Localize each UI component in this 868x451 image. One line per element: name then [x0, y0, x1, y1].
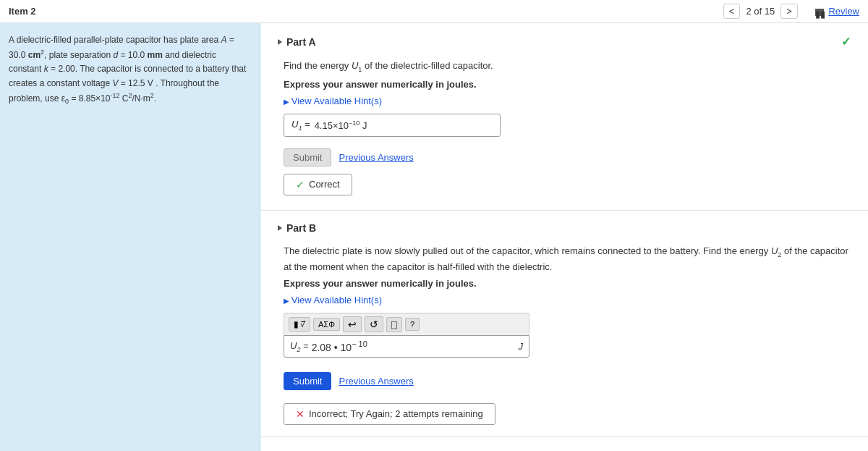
part-a-header[interactable]: Part A ✓: [278, 35, 851, 49]
part-b-incorrect-label: Incorrect; Try Again; 2 attempts remaini…: [309, 408, 483, 419]
review-icon: ▮▮: [815, 9, 824, 16]
part-b-answer-label: U2 =: [290, 340, 309, 353]
part-a-submit-button[interactable]: Submit: [284, 148, 331, 167]
part-b-answer-unit: J: [519, 341, 524, 352]
part-a-hint-link[interactable]: View Available Hint(s): [284, 96, 851, 106]
part-b-answer-value: 2.08 • 10− 10: [312, 340, 514, 353]
item-label: Item 2: [9, 6, 36, 17]
part-a-instruction: Express your answer numerically in joule…: [284, 79, 851, 90]
top-bar: Item 2 < 2 of 15 > ▮▮ Review: [0, 0, 868, 23]
toolbar-keyboard-btn[interactable]: ⎕: [386, 317, 402, 332]
part-b-collapse-icon: [278, 225, 282, 231]
part-b-incorrect-icon: ✕: [296, 408, 305, 420]
main-layout: A dielectric-filled parallel-plate capac…: [0, 23, 868, 451]
part-a-prev-answers[interactable]: Previous Answers: [339, 152, 413, 163]
content-area: Part A ✓ Find the energy U1 of the diele…: [260, 23, 868, 451]
sidebar-description: A dielectric-filled parallel-plate capac…: [9, 33, 251, 107]
prev-button[interactable]: <: [723, 4, 741, 19]
toolbar-help-btn[interactable]: ?: [405, 318, 420, 331]
part-a-content: Find the energy U1 of the dielectric-fil…: [284, 59, 851, 198]
part-b-submit-button[interactable]: Submit: [284, 372, 331, 390]
part-b-content: The dielectric plate is now slowly pulle…: [284, 244, 851, 425]
top-bar-right: < 2 of 15 > ▮▮ Review: [723, 4, 859, 19]
part-a-correct-icon: ✓: [296, 179, 305, 190]
toolbar-symbols-btn[interactable]: AΣΦ: [313, 318, 340, 331]
part-b-prev-answers[interactable]: Previous Answers: [339, 376, 413, 387]
page-indicator: 2 of 15: [746, 6, 775, 17]
next-button[interactable]: >: [780, 4, 798, 19]
part-a-correct-label: Correct: [309, 179, 340, 190]
part-a-question: Find the energy U1 of the dielectric-fil…: [284, 59, 851, 75]
part-a-section: Part A ✓ Find the energy U1 of the diele…: [260, 23, 868, 211]
part-a-answer-box: U1 = 4.15×10−10 J: [284, 114, 501, 137]
part-a-check: ✓: [841, 35, 851, 49]
part-a-answer-label: U1 =: [292, 119, 310, 132]
toolbar-fraction-btn[interactable]: ▮ √̅: [289, 317, 310, 332]
part-b-question: The dielectric plate is now slowly pulle…: [284, 244, 851, 274]
toolbar-refresh-btn[interactable]: ↺: [365, 316, 383, 332]
part-a-submit-row: Submit Previous Answers: [284, 148, 851, 167]
part-b-instruction: Express your answer numerically in joule…: [284, 278, 851, 289]
part-b-header[interactable]: Part B: [278, 222, 851, 234]
toolbar-undo-btn[interactable]: ↩: [343, 316, 362, 332]
math-toolbar: ▮ √̅ AΣΦ ↩ ↺ ⎕ ?: [284, 313, 529, 335]
part-b-submit-row: Submit Previous Answers: [284, 372, 851, 390]
part-b-label: Part B: [286, 222, 316, 234]
review-link[interactable]: Review: [828, 6, 859, 17]
sidebar: A dielectric-filled parallel-plate capac…: [0, 23, 260, 451]
part-b-math-input-row[interactable]: U2 = 2.08 • 10− 10 J: [284, 335, 529, 358]
part-b-section: Part B The dielectric plate is now slowl…: [260, 211, 868, 437]
part-a-label: Part A: [286, 36, 316, 48]
part-b-hint-link[interactable]: View Available Hint(s): [284, 295, 851, 305]
part-a-answer-value: 4.15×10−10 J: [315, 119, 367, 131]
part-a-correct-box: ✓ Correct: [284, 174, 352, 195]
part-a-collapse-icon: [278, 39, 282, 45]
toolbar-fraction-icon: ▮: [294, 319, 299, 329]
part-b-incorrect-box: ✕ Incorrect; Try Again; 2 attempts remai…: [284, 403, 495, 425]
toolbar-fraction-label: √̅: [300, 320, 305, 329]
